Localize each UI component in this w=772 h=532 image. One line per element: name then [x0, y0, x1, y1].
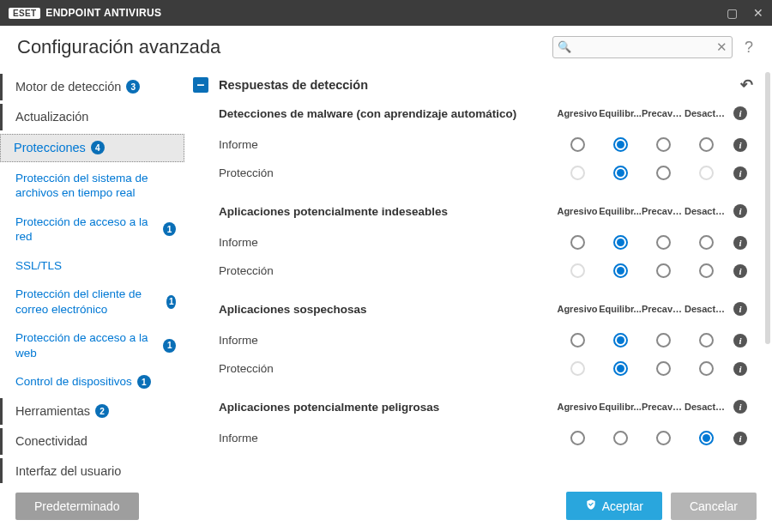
radio-option[interactable]	[656, 137, 671, 152]
accept-button[interactable]: Aceptar	[566, 492, 662, 520]
info-icon[interactable]: i	[733, 204, 747, 218]
group-title: Detecciones de malware (con aprendizaje …	[219, 107, 556, 120]
settings-group: Aplicaciones sospechosasAgresivoEquilibr…	[193, 302, 753, 383]
radio-option[interactable]	[613, 263, 628, 278]
info-icon[interactable]: i	[733, 334, 747, 348]
sidebar: Motor de detección3ActualizaciónProtecci…	[0, 65, 184, 483]
settings-group: Aplicaciones potencialmente indeseablesA…	[193, 204, 753, 285]
column-label: Desactiv...	[685, 206, 727, 216]
radio-option[interactable]	[656, 333, 671, 348]
titlebar: ESET ENDPOINT ANTIVIRUS ▢ ✕	[0, 0, 772, 26]
sidebar-item-label: Protección de acceso a la web	[15, 330, 158, 360]
column-label: Agresivo	[556, 108, 599, 118]
sidebar-item[interactable]: Protecciones4	[0, 134, 184, 162]
row-label: Protección	[219, 362, 556, 375]
info-icon[interactable]: i	[733, 432, 747, 445]
scrollbar[interactable]	[765, 72, 770, 344]
column-label: Equilibr...	[599, 108, 642, 118]
radio-option[interactable]	[656, 263, 671, 278]
badge: 2	[95, 404, 109, 418]
radio-option	[570, 361, 585, 376]
setting-row: Informei	[219, 326, 753, 354]
info-icon[interactable]: i	[733, 302, 747, 316]
section-header: – Respuestas de detección ↶	[193, 76, 753, 94]
search-container: 🔍 ✕	[552, 36, 733, 58]
minimize-icon[interactable]: ▢	[727, 6, 738, 20]
sidebar-item[interactable]: Control de dispositivos1	[0, 369, 184, 395]
window-controls: ▢ ✕	[727, 6, 763, 20]
radio-option	[699, 166, 714, 180]
close-icon[interactable]: ✕	[753, 6, 763, 20]
undo-icon[interactable]: ↶	[740, 76, 753, 94]
search-input[interactable]	[552, 36, 733, 58]
info-icon[interactable]: i	[733, 362, 747, 376]
sidebar-item[interactable]: Herramientas2	[0, 398, 184, 425]
info-icon[interactable]: i	[733, 106, 747, 120]
sidebar-item[interactable]: Actualización	[0, 104, 184, 130]
help-icon[interactable]: ?	[743, 39, 755, 57]
radio-option[interactable]	[613, 431, 628, 445]
badge: 1	[163, 222, 176, 236]
clear-search-icon[interactable]: ✕	[716, 39, 727, 55]
default-button[interactable]: Predeterminado	[15, 493, 139, 520]
radio-option[interactable]	[613, 166, 628, 180]
badge: 1	[163, 339, 176, 353]
group-header: Aplicaciones sospechosasAgresivoEquilibr…	[219, 302, 753, 316]
sidebar-item[interactable]: Conectividad	[0, 428, 184, 455]
radio-option[interactable]	[613, 361, 628, 376]
radio-option[interactable]	[656, 361, 671, 376]
badge: 1	[137, 375, 151, 389]
radio-option[interactable]	[699, 235, 714, 250]
info-icon[interactable]: i	[733, 400, 747, 414]
sidebar-item-label: Protecciones	[14, 140, 86, 156]
sidebar-item[interactable]: Protección de acceso a la red1	[0, 209, 184, 250]
radio-option[interactable]	[656, 166, 671, 180]
sidebar-item-label: Protección de acceso a la red	[15, 215, 158, 245]
sidebar-item[interactable]: Protección del sistema de archivos en ti…	[0, 166, 184, 206]
radio-option[interactable]	[699, 361, 714, 376]
row-label: Protección	[219, 264, 556, 277]
cancel-button[interactable]: Cancelar	[671, 493, 757, 520]
sidebar-item[interactable]: Protección del cliente de correo electró…	[0, 281, 184, 322]
sidebar-item-label: Conectividad	[15, 433, 87, 450]
section-title-text: Respuestas de detección	[219, 78, 368, 92]
radio-option[interactable]	[699, 431, 714, 445]
radio-option[interactable]	[570, 137, 585, 152]
radio-option[interactable]	[656, 235, 671, 250]
radio-option[interactable]	[699, 333, 714, 348]
sidebar-item-label: Control de dispositivos	[15, 374, 132, 390]
info-icon[interactable]: i	[733, 236, 747, 250]
radio-option[interactable]	[570, 333, 585, 348]
sidebar-item[interactable]: Motor de detección3	[0, 74, 184, 100]
search-icon: 🔍	[558, 40, 571, 53]
sidebar-item[interactable]: SSL/TLS	[0, 253, 184, 279]
group-header: Aplicaciones potencialmente indeseablesA…	[219, 204, 753, 218]
radio-option[interactable]	[613, 235, 628, 250]
radio-option[interactable]	[699, 137, 714, 152]
sidebar-item[interactable]: Protección de acceso a la web1	[0, 325, 184, 366]
badge: 4	[91, 141, 105, 154]
column-label: Precavido	[642, 402, 685, 412]
info-icon[interactable]: i	[733, 138, 747, 152]
column-label: Agresivo	[556, 402, 599, 412]
collapse-icon[interactable]: –	[193, 77, 208, 93]
info-icon[interactable]: i	[733, 166, 747, 180]
info-icon[interactable]: i	[733, 264, 747, 278]
group-header: Aplicaciones potencialmente peligrosasAg…	[219, 400, 753, 414]
radio-option[interactable]	[613, 137, 628, 152]
radio-option[interactable]	[656, 431, 671, 445]
sidebar-item-label: Protección del cliente de correo electró…	[15, 287, 161, 317]
row-label: Informe	[219, 334, 556, 347]
column-label: Equilibr...	[599, 304, 642, 314]
column-label: Desactiv...	[685, 108, 727, 118]
sidebar-item[interactable]: Interfaz del usuario	[0, 458, 184, 483]
column-label: Agresivo	[556, 206, 599, 216]
radio-option[interactable]	[570, 235, 585, 250]
sidebar-item-label: Actualización	[15, 109, 88, 125]
radio-option	[570, 166, 585, 180]
brand-badge: ESET	[9, 8, 40, 19]
radio-option[interactable]	[613, 333, 628, 348]
radio-option[interactable]	[699, 263, 714, 278]
setting-row: Informei	[219, 130, 753, 159]
radio-option[interactable]	[570, 431, 585, 445]
